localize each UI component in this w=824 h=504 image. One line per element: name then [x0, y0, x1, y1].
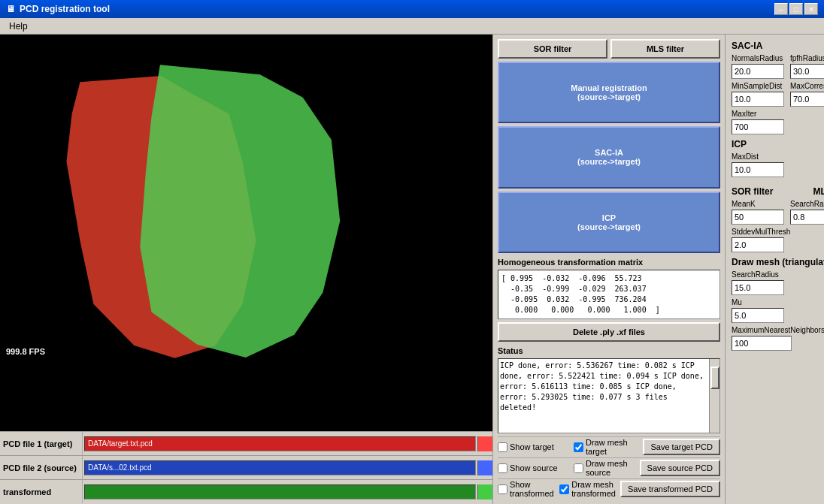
mls-title: MLS	[813, 186, 825, 197]
draw-mesh-target-label: Draw mesh target	[586, 438, 638, 456]
show-target-checkbox[interactable]	[498, 442, 507, 452]
fpfh-radius-group: fpfhRadius	[790, 54, 824, 79]
mls-filter-button[interactable]: MLS filter	[610, 39, 720, 59]
save-source-button[interactable]: Save source PCD	[640, 460, 720, 476]
status-text: ICP done, error: 5.536267 time: 0.082 s …	[500, 361, 718, 413]
draw-mesh-transformed-checkbox[interactable]	[559, 484, 569, 494]
file-path-transformed[interactable]	[84, 484, 476, 499]
show-source-checkbox[interactable]	[498, 463, 507, 473]
sor-mls-titles: SOR filter MLS	[732, 182, 824, 200]
source-options-row: Show source Draw mesh source Save source…	[498, 457, 720, 478]
fpfh-radius-label: fpfhRadius	[790, 54, 824, 62]
draw-mesh-transformed-checkbox-group: Draw mesh transformed	[559, 480, 616, 498]
bottom-file-rows: PCD file 1 (target) DATA/target.txt.pcd …	[0, 431, 492, 504]
draw-mesh-title: Draw mesh (triangulation)	[732, 257, 824, 267]
show-target-checkbox-group: Show target	[498, 442, 569, 452]
sac-ia-button[interactable]: SAC-IA (source->target)	[498, 126, 720, 188]
draw-mesh-target-checkbox[interactable]	[574, 442, 583, 452]
transformed-options-row: Show transformed Draw mesh transformed S…	[498, 478, 720, 499]
stddev-mul-group: StddevMulThresh	[732, 228, 790, 252]
file-path-source[interactable]: DATA/s...02.txt.pcd	[84, 460, 476, 475]
delete-files-button[interactable]: Delete .ply .xf files	[498, 322, 720, 342]
save-target-button[interactable]: Save target PCD	[643, 439, 720, 455]
draw-mesh-source-checkbox[interactable]	[574, 463, 583, 473]
mean-k-group: MeanK	[732, 200, 784, 225]
target-options-row: Show target Draw mesh target Save target…	[498, 436, 720, 457]
sac-ia-row3: MaxIter	[732, 110, 824, 134]
icp-button[interactable]: ICP (source->target)	[498, 192, 720, 253]
min-sample-dist-input[interactable]	[732, 92, 784, 107]
draw-mesh-row3: MaximumNearestNeighbors	[732, 326, 824, 351]
sor-mls-row1: MeanK SearchRadius	[732, 200, 824, 225]
mu-input[interactable]	[732, 308, 784, 323]
color-swatch-target	[477, 436, 492, 451]
filter-buttons: SOR filter MLS filter	[498, 39, 720, 59]
file-row-source: PCD file 2 (source) DATA/s...02.txt.pcd	[0, 455, 492, 479]
menu-help[interactable]: Help	[3, 20, 34, 33]
stddev-mul-label: StddevMulThresh	[732, 228, 790, 236]
min-sample-dist-label: MinSampleDist	[732, 82, 784, 90]
max-corresp-dist-label: MaxCorrespDist	[790, 82, 824, 90]
mesh-search-radius-group: SearchRadius	[732, 270, 784, 295]
draw-mesh-row2: Mu	[732, 298, 824, 323]
normals-radius-group: NormalsRadius	[732, 54, 784, 79]
draw-mesh-source-label: Draw mesh source	[586, 459, 635, 477]
mean-k-label: MeanK	[732, 200, 784, 208]
mu-group: Mu	[732, 298, 784, 323]
max-corresp-dist-group: MaxCorrespDist	[790, 82, 824, 107]
normals-radius-label: NormalsRadius	[732, 54, 784, 62]
file-path-target[interactable]: DATA/target.txt.pcd	[84, 436, 476, 451]
mls-search-radius-input[interactable]	[790, 210, 824, 225]
app-icon: 🖥	[6, 4, 15, 14]
mesh-search-radius-input[interactable]	[732, 280, 784, 295]
max-iter-label: MaxIter	[732, 110, 784, 118]
max-nearest-neighbors-input[interactable]	[732, 336, 792, 351]
viewport-canvas: 999.8 FPS	[0, 35, 492, 431]
stddev-mul-input[interactable]	[732, 237, 784, 252]
scrollbar-track	[709, 359, 719, 433]
manual-registration-button[interactable]: Manual registration (source->target)	[498, 62, 720, 123]
maximize-button[interactable]: □	[789, 3, 803, 15]
sac-ia-row1: NormalsRadius fpfhRadius	[732, 54, 824, 79]
mls-search-radius-group: SearchRadius	[790, 200, 824, 225]
file-row-target: PCD file 1 (target) DATA/target.txt.pcd	[0, 431, 492, 455]
scrollbar-thumb[interactable]	[710, 367, 719, 389]
draw-mesh-source-checkbox-group: Draw mesh source	[574, 459, 635, 477]
show-source-checkbox-group: Show source	[498, 463, 569, 473]
color-swatch-transformed	[477, 484, 492, 499]
icp-title: ICP	[732, 139, 824, 149]
fps-label: 999.8 FPS	[6, 347, 45, 356]
show-transformed-label: Show transformed	[510, 480, 555, 498]
draw-mesh-row1: SearchRadius	[732, 270, 824, 295]
save-transformed-button[interactable]: Save transformed PCD	[620, 481, 720, 497]
icp-max-dist-label: MaxDist	[732, 152, 784, 161]
mesh-search-radius-label: SearchRadius	[732, 270, 784, 279]
status-box[interactable]: ICP done, error: 5.536267 time: 0.082 s …	[498, 358, 720, 433]
icp-max-dist-group: MaxDist	[732, 152, 784, 177]
max-iter-input[interactable]	[732, 119, 784, 134]
mls-search-radius-label: SearchRadius	[790, 200, 824, 208]
max-corresp-dist-input[interactable]	[790, 92, 824, 107]
title-bar-title: 🖥 PCD registration tool	[6, 4, 110, 14]
normals-radius-input[interactable]	[732, 64, 784, 79]
checkbox-save-rows: Show target Draw mesh target Save target…	[498, 436, 720, 499]
main-container: 999.8 FPS PCD file 1 (target) DATA/targe…	[0, 35, 824, 504]
sac-ia-title: SAC-IA	[732, 41, 824, 51]
max-nearest-neighbors-label: MaximumNearestNeighbors	[732, 326, 824, 334]
minimize-button[interactable]: –	[774, 3, 788, 15]
transform-matrix-label: Homogeneous transformation matrix	[498, 258, 720, 267]
fpfh-radius-input[interactable]	[790, 64, 824, 79]
mean-k-input[interactable]	[732, 210, 784, 225]
show-transformed-checkbox-group: Show transformed	[498, 480, 555, 498]
file-label-target: PCD file 1 (target)	[0, 432, 83, 455]
menu-bar: Help	[0, 18, 824, 35]
show-transformed-checkbox[interactable]	[498, 484, 507, 494]
close-button[interactable]: ✕	[804, 3, 818, 15]
sor-filter-button[interactable]: SOR filter	[498, 39, 607, 59]
icp-row1: MaxDist	[732, 152, 824, 177]
max-iter-group: MaxIter	[732, 110, 784, 134]
icp-max-dist-input[interactable]	[732, 162, 784, 177]
title-bar: 🖥 PCD registration tool – □ ✕	[0, 0, 824, 18]
draw-mesh-target-checkbox-group: Draw mesh target	[574, 438, 638, 456]
viewport: 999.8 FPS PCD file 1 (target) DATA/targe…	[0, 35, 492, 504]
